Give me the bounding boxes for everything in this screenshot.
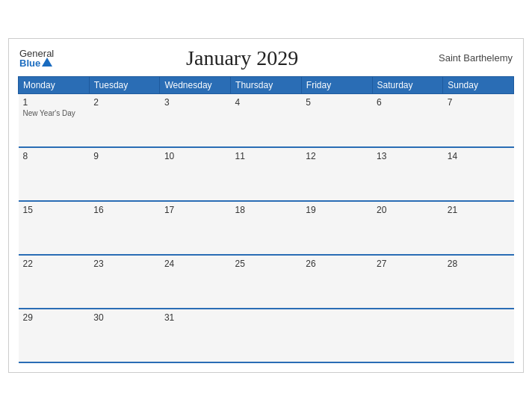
calendar-cell: 6 xyxy=(372,93,443,147)
calendar-cell: 4 xyxy=(231,93,302,147)
calendar-cell: 27 xyxy=(372,255,443,309)
day-number: 8 xyxy=(23,151,85,161)
calendar-cell: 3 xyxy=(160,93,231,147)
region-label: Saint Barthelemy xyxy=(430,52,513,64)
day-number: 4 xyxy=(235,97,297,108)
day-number: 21 xyxy=(448,205,510,215)
day-number: 24 xyxy=(164,259,226,269)
week-row-3: 15161718192021 xyxy=(19,201,514,255)
calendar-header: General Blue January 2029 Saint Barthele… xyxy=(18,46,514,70)
day-number: 16 xyxy=(93,205,155,215)
week-row-5: 293031 xyxy=(19,309,514,362)
calendar-cell: 18 xyxy=(231,201,302,255)
day-number: 1 xyxy=(23,97,85,108)
day-number: 6 xyxy=(377,97,439,108)
calendar-container: General Blue January 2029 Saint Barthele… xyxy=(8,38,524,374)
calendar-cell xyxy=(443,309,514,362)
calendar-cell: 19 xyxy=(301,201,372,255)
day-number: 15 xyxy=(23,205,85,215)
day-header-tuesday: Tuesday xyxy=(89,76,160,93)
calendar-cell: 12 xyxy=(301,147,372,201)
day-number: 19 xyxy=(306,205,368,215)
day-number: 11 xyxy=(235,151,297,161)
day-number: 13 xyxy=(377,151,439,161)
day-number: 9 xyxy=(93,151,155,161)
calendar-cell: 2 xyxy=(89,93,160,147)
calendar-cell: 9 xyxy=(89,147,160,201)
event-label: New Year's Day xyxy=(23,109,85,117)
day-header-friday: Friday xyxy=(301,76,372,93)
calendar-cell: 20 xyxy=(372,201,443,255)
logo: General Blue xyxy=(19,49,54,68)
calendar-cell: 11 xyxy=(231,147,302,201)
calendar-cell: 23 xyxy=(89,255,160,309)
days-header-row: MondayTuesdayWednesdayThursdayFridaySatu… xyxy=(19,76,514,93)
calendar-cell: 17 xyxy=(160,201,231,255)
calendar-cell xyxy=(301,309,372,362)
day-number: 17 xyxy=(164,205,226,215)
calendar-cell: 22 xyxy=(19,255,90,309)
calendar-cell: 28 xyxy=(443,255,514,309)
calendar-cell: 29 xyxy=(19,309,90,362)
day-number: 23 xyxy=(93,259,155,269)
day-number: 20 xyxy=(377,205,439,215)
week-row-1: 1New Year's Day234567 xyxy=(19,93,514,147)
calendar-cell: 26 xyxy=(301,255,372,309)
day-number: 12 xyxy=(306,151,368,161)
day-number: 10 xyxy=(164,151,226,161)
calendar-cell: 5 xyxy=(301,93,372,147)
day-number: 5 xyxy=(306,97,368,108)
calendar-cell: 31 xyxy=(160,309,231,362)
day-number: 26 xyxy=(306,259,368,269)
calendar-cell: 13 xyxy=(372,147,443,201)
day-number: 2 xyxy=(93,97,155,108)
calendar-cell: 30 xyxy=(89,309,160,362)
calendar-cell: 25 xyxy=(231,255,302,309)
calendar-cell: 8 xyxy=(19,147,90,201)
calendar-cell: 10 xyxy=(160,147,231,201)
day-number: 30 xyxy=(93,312,155,323)
day-number: 27 xyxy=(377,259,439,269)
month-title: January 2029 xyxy=(54,46,430,70)
calendar-cell: 16 xyxy=(89,201,160,255)
day-number: 14 xyxy=(448,151,510,161)
day-header-saturday: Saturday xyxy=(372,76,443,93)
day-number: 22 xyxy=(23,259,85,269)
day-number: 3 xyxy=(164,97,226,108)
day-number: 7 xyxy=(448,97,510,108)
day-header-sunday: Sunday xyxy=(443,76,514,93)
calendar-cell: 1New Year's Day xyxy=(19,93,90,147)
day-header-thursday: Thursday xyxy=(231,76,302,93)
logo-blue-text: Blue xyxy=(19,58,54,68)
day-number: 28 xyxy=(448,259,510,269)
day-number: 25 xyxy=(235,259,297,269)
day-header-monday: Monday xyxy=(19,76,90,93)
logo-general-text: General xyxy=(19,49,54,58)
logo-triangle-icon xyxy=(42,58,52,67)
day-number: 29 xyxy=(23,312,85,323)
calendar-cell: 15 xyxy=(19,201,90,255)
calendar-cell: 24 xyxy=(160,255,231,309)
calendar-cell: 14 xyxy=(443,147,514,201)
calendar-cell: 21 xyxy=(443,201,514,255)
calendar-cell xyxy=(372,309,443,362)
day-header-wednesday: Wednesday xyxy=(160,76,231,93)
week-row-2: 891011121314 xyxy=(19,147,514,201)
day-number: 31 xyxy=(164,312,226,323)
calendar-cell xyxy=(231,309,302,362)
calendar-cell: 7 xyxy=(443,93,514,147)
week-row-4: 22232425262728 xyxy=(19,255,514,309)
calendar-grid: MondayTuesdayWednesdayThursdayFridaySatu… xyxy=(18,76,514,364)
day-number: 18 xyxy=(235,205,297,215)
